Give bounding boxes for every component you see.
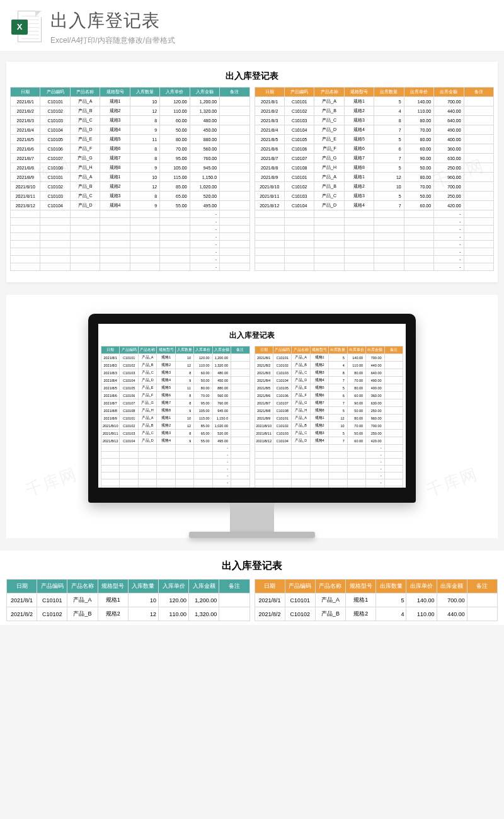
cell: 12 bbox=[175, 422, 193, 430]
cell bbox=[314, 256, 344, 263]
cell: 5 bbox=[376, 593, 406, 607]
col-header-in: 规格型号 bbox=[157, 346, 175, 354]
cell: 11 bbox=[175, 384, 193, 392]
cell: - bbox=[434, 218, 464, 226]
cell bbox=[347, 459, 365, 466]
cell bbox=[138, 452, 156, 459]
cell: 产品_D bbox=[314, 125, 344, 135]
table-row: 2021/8/1C10101产品_A规格110120.001,200.00202… bbox=[7, 593, 498, 607]
cell: 2021/8/9 bbox=[11, 173, 40, 182]
cell: 7 bbox=[374, 154, 404, 163]
cell bbox=[374, 263, 404, 271]
col-header-out: 出库数量 bbox=[329, 346, 347, 354]
cell: 80.00 bbox=[347, 369, 365, 377]
table-gap bbox=[249, 241, 255, 248]
cell: 10 bbox=[130, 173, 159, 182]
cell bbox=[157, 486, 175, 488]
cell: 产品_E bbox=[138, 384, 156, 392]
cell: 9 bbox=[130, 125, 159, 135]
cell: 5 bbox=[374, 192, 404, 201]
cell: 规格8 bbox=[100, 163, 130, 173]
cell bbox=[194, 452, 212, 459]
cell: C10107 bbox=[120, 399, 138, 407]
cell: 1,020.00 bbox=[190, 182, 219, 192]
table-row: 2021/8/8C10108产品_H规格89105.00945.002021/8… bbox=[101, 407, 403, 415]
cell bbox=[344, 233, 374, 241]
cell: 440.00 bbox=[366, 362, 384, 369]
cell: 80.00 bbox=[404, 135, 433, 144]
cell: C10104 bbox=[40, 201, 70, 210]
cell: 产品_D bbox=[138, 437, 156, 445]
table-gap bbox=[249, 218, 255, 226]
table-gap bbox=[249, 452, 255, 459]
cell: 产品_G bbox=[314, 154, 344, 163]
cell: 8 bbox=[130, 154, 159, 163]
col-header-out: 日期 bbox=[255, 346, 273, 354]
table-row-empty: -- bbox=[101, 479, 403, 486]
cell: 760.00 bbox=[212, 399, 231, 407]
sheet-title: 出入库登记表 bbox=[10, 71, 494, 82]
cell bbox=[40, 256, 70, 263]
cell: C10105 bbox=[40, 135, 70, 144]
cell: 250.00 bbox=[434, 163, 464, 173]
cell: 10 bbox=[130, 97, 159, 106]
cell: 2021/8/2 bbox=[7, 607, 37, 621]
cell: - bbox=[190, 210, 219, 218]
cell: 规格4 bbox=[344, 125, 374, 135]
table-gap bbox=[249, 607, 255, 621]
cell bbox=[404, 248, 433, 256]
cell bbox=[384, 407, 403, 415]
cell bbox=[292, 472, 310, 479]
col-header-out: 规格型号 bbox=[346, 580, 376, 593]
cell: 2021/8/1 bbox=[11, 97, 40, 106]
cell: 2021/8/3 bbox=[101, 369, 120, 377]
cell: 规格1 bbox=[310, 415, 328, 422]
cell bbox=[130, 233, 159, 241]
table-gap bbox=[249, 445, 255, 452]
cell: 9 bbox=[130, 163, 159, 173]
cell: 产品_A bbox=[315, 593, 345, 607]
cell: 2021/8/4 bbox=[11, 125, 40, 135]
cell: 2021/8/12 bbox=[255, 201, 284, 210]
cell: 80.00 bbox=[160, 135, 190, 144]
cell: 规格3 bbox=[157, 369, 175, 377]
table-gap bbox=[249, 248, 255, 256]
cell bbox=[11, 248, 40, 256]
cell bbox=[384, 362, 403, 369]
cell bbox=[220, 210, 249, 218]
cell: 630.00 bbox=[434, 154, 464, 163]
cell bbox=[314, 233, 344, 241]
cell: 产品_H bbox=[138, 407, 156, 415]
table-gap bbox=[249, 226, 255, 233]
col-header-out: 出库金额 bbox=[366, 346, 384, 354]
cell: 1,200.00 bbox=[189, 593, 219, 607]
cell bbox=[220, 263, 249, 271]
cell: 产品_C bbox=[314, 116, 344, 125]
cell: 140.00 bbox=[347, 354, 365, 362]
cell: 60.00 bbox=[160, 116, 190, 125]
cell: 产品_F bbox=[314, 144, 344, 154]
cell: 50.00 bbox=[404, 192, 433, 201]
cell: 2021/8/8 bbox=[11, 163, 40, 173]
table-gap bbox=[249, 422, 255, 430]
cell: 4 bbox=[376, 607, 406, 621]
cell bbox=[101, 479, 120, 486]
cell: C10108 bbox=[40, 163, 70, 173]
cell: 140.00 bbox=[404, 97, 433, 106]
cell: 250.00 bbox=[366, 407, 384, 415]
cell bbox=[292, 479, 310, 486]
cell bbox=[231, 445, 249, 452]
cell: 60.00 bbox=[404, 201, 433, 210]
cell bbox=[344, 218, 374, 226]
cell: 规格2 bbox=[310, 422, 328, 430]
cell: 1,320.00 bbox=[189, 607, 219, 621]
cell: 规格3 bbox=[310, 430, 328, 437]
cell bbox=[40, 226, 70, 233]
table-row-empty: -- bbox=[11, 248, 494, 256]
cell: - bbox=[212, 472, 231, 479]
cell: - bbox=[190, 218, 219, 226]
cell bbox=[374, 226, 404, 233]
cell: 440.00 bbox=[434, 106, 464, 116]
cell: 产品_B bbox=[314, 182, 344, 192]
cell: 规格8 bbox=[157, 407, 175, 415]
